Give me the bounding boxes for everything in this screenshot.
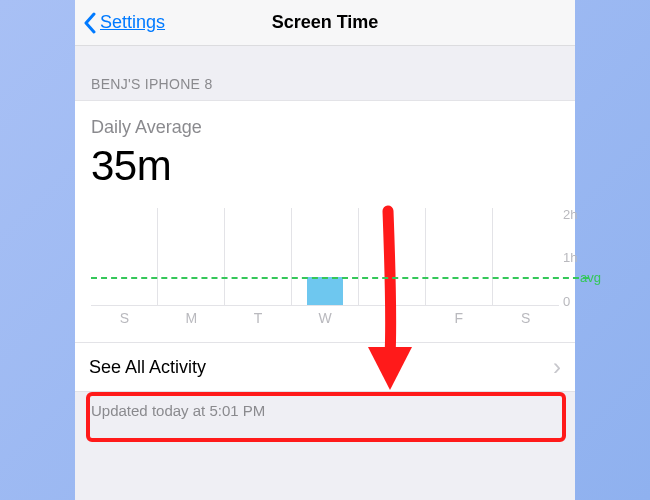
- updated-timestamp: Updated today at 5:01 PM: [75, 392, 575, 429]
- chart-x-label: M: [158, 306, 225, 328]
- avg-line: [91, 277, 589, 279]
- back-label: Settings: [100, 12, 165, 33]
- daily-average-label: Daily Average: [91, 117, 559, 138]
- chart-x-label: T: [225, 306, 292, 328]
- chart-day-column: [426, 208, 493, 305]
- back-button[interactable]: Settings: [75, 12, 165, 34]
- chart-y-axis: 2h 1h 0: [563, 208, 599, 306]
- chart-grid: avg: [91, 208, 559, 306]
- navbar: Settings Screen Time: [75, 0, 575, 46]
- chart-day-column: [359, 208, 426, 305]
- screen-time-view: Settings Screen Time BENJ'S IPHONE 8 Dai…: [75, 0, 575, 500]
- daily-average-value: 35m: [91, 142, 559, 190]
- y-tick: 0: [563, 295, 570, 308]
- chart-day-column: [292, 208, 359, 305]
- see-all-activity-row[interactable]: See All Activity ›: [75, 342, 575, 392]
- chevron-right-icon: ›: [553, 355, 561, 379]
- chart-day-column: [225, 208, 292, 305]
- chart-x-label: F: [425, 306, 492, 328]
- chevron-left-icon: [83, 12, 96, 34]
- chart-x-label: S: [492, 306, 559, 328]
- y-tick: 1h: [563, 251, 577, 264]
- see-all-activity-label: See All Activity: [89, 357, 553, 378]
- usage-chart: avg SMTWTFS 2h 1h 0: [91, 208, 559, 328]
- chart-day-column: [158, 208, 225, 305]
- usage-card: Daily Average 35m avg SMTWTFS 2h 1h 0: [75, 100, 575, 343]
- section-header: BENJ'S IPHONE 8: [75, 46, 575, 100]
- chart-x-label: W: [292, 306, 359, 328]
- chart-x-axis: SMTWTFS: [91, 306, 559, 328]
- chart-x-label: S: [91, 306, 158, 328]
- chart-bar: [307, 277, 343, 305]
- chart-x-label: T: [358, 306, 425, 328]
- chart-day-column: [91, 208, 158, 305]
- y-tick: 2h: [563, 208, 577, 221]
- chart-day-column: [493, 208, 559, 305]
